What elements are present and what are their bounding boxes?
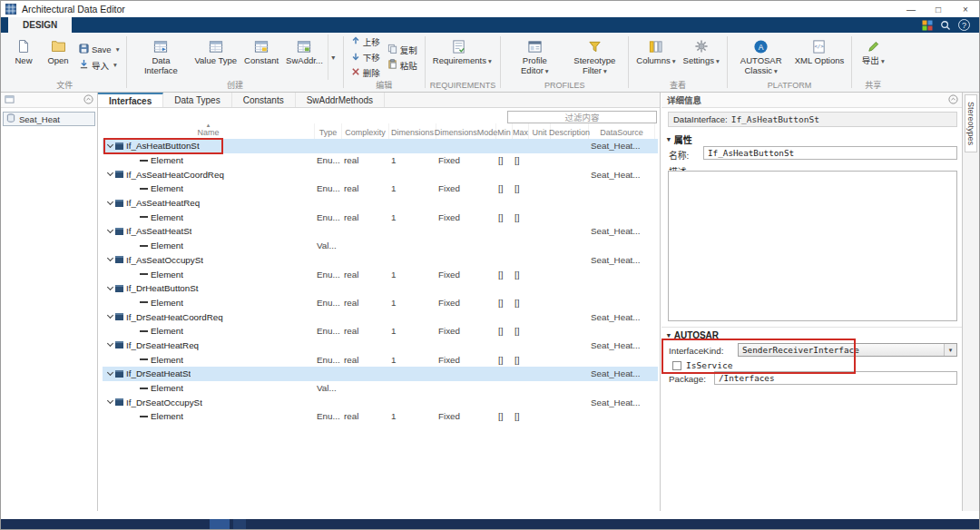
interface-row[interactable]: If_AsSeatHeatSt Seat_Heat... — [103, 224, 658, 239]
export-button[interactable]: 导出▾ — [857, 34, 889, 80]
requirements-button[interactable]: Requirements▾ — [430, 34, 488, 80]
column-header-description[interactable]: Description — [551, 123, 589, 139]
tab-data-types[interactable]: Data Types — [163, 93, 231, 107]
chevron-down-icon[interactable] — [107, 142, 113, 148]
help-icon[interactable]: ? — [958, 19, 970, 31]
element-row[interactable]: Element Enu... real 1 Fixed [] [] — [103, 324, 658, 339]
chevron-down-icon[interactable] — [107, 312, 113, 319]
column-header-unit[interactable]: Unit — [529, 123, 551, 139]
row-name-label: If_AsSeatOccupySt — [126, 255, 203, 265]
columns-button[interactable]: Columns▾ — [633, 34, 678, 80]
element-row[interactable]: Element Enu... real 1 Fixed [] [] — [103, 296, 658, 310]
save-button[interactable]: Save ▾ — [76, 43, 122, 56]
delete-button[interactable]: 删除 — [348, 66, 383, 80]
cell-dimensionsmode: Fixed — [436, 270, 496, 280]
tab-constants[interactable]: Constants — [232, 93, 296, 107]
interface-row[interactable]: If_AsSeatOccupySt Seat_Heat... — [103, 253, 658, 268]
search-icon[interactable] — [940, 20, 951, 31]
interface-row[interactable]: If_AsHeatButtonSt Seat_Heat... — [103, 139, 658, 153]
column-header-complexity[interactable]: Complexity — [342, 123, 389, 139]
interface-row[interactable]: If_AsSeatHeatReq — [103, 196, 658, 211]
autosar-classic-button[interactable]: A AUTOSAR Classic▾ — [732, 34, 790, 80]
interface-row[interactable]: If_DrSeatHeatReq Seat_Heat... — [103, 339, 658, 353]
ribbon: New Open Save ▾ 导入 ▾ — [1, 33, 979, 93]
chevron-down-icon[interactable] — [107, 255, 113, 261]
constant-button[interactable]: Constant — [241, 34, 281, 80]
column-header-min[interactable]: Min — [496, 123, 513, 139]
element-row[interactable]: Element Enu... real 1 Fixed [] [] — [103, 409, 658, 424]
title-bar: Architectural Data Editor — □ × — [1, 1, 979, 17]
filter-input[interactable] — [507, 111, 657, 123]
data-interface-button[interactable]: Data Interface — [132, 34, 190, 80]
details-title: 详细信息 — [667, 93, 701, 106]
profile-editor-button[interactable]: Profile Editor▾ — [505, 34, 564, 80]
description-field[interactable] — [668, 171, 957, 321]
open-button[interactable]: Open — [42, 34, 74, 80]
cell-dimensionsmode: Fixed — [436, 355, 496, 365]
move-up-button[interactable]: 上移 — [348, 35, 383, 49]
value-type-button[interactable]: Value Type — [191, 34, 240, 80]
properties-section-header[interactable]: ▾ 属性 — [667, 132, 692, 146]
stereotype-filter-button[interactable]: Stereotype Filter▾ — [565, 34, 623, 80]
quick-access-icon[interactable] — [922, 20, 933, 31]
cell-dimensions: 1 — [389, 183, 436, 193]
minimize-button[interactable]: — — [897, 1, 925, 17]
element-row[interactable]: Element Val... — [103, 239, 658, 253]
interface-row[interactable]: If_DrSeatOccupySt Seat_Heat... — [103, 395, 658, 409]
element-row[interactable]: Element Enu... real 1 Fixed [] [] — [103, 153, 658, 168]
tab-design[interactable]: DESIGN — [8, 17, 72, 33]
model-node-icon — [6, 113, 15, 124]
element-row[interactable]: Element Enu... real 1 Fixed [] [] — [103, 267, 658, 281]
autosar-section-header[interactable]: ▾ AUTOSAR — [667, 330, 719, 340]
column-header-datasource[interactable]: DataSource — [589, 123, 655, 139]
interface-kind-dropdown[interactable]: SenderReceiverInterface ▾ — [738, 343, 957, 357]
tab-swaddrmethods[interactable]: SwAddrMethods — [296, 93, 385, 107]
chevron-down-icon[interactable] — [107, 199, 113, 205]
interface-row[interactable]: If_AsSeatHeatCoordReq Seat_Heat... — [103, 167, 658, 182]
column-header-dimensionsmode[interactable]: DimensionsMode — [436, 123, 496, 139]
column-header-type[interactable]: Type — [315, 123, 342, 139]
settings-button[interactable]: Settings▾ — [681, 34, 722, 80]
swaddr-button[interactable]: SwAddr... — [283, 34, 326, 80]
element-row[interactable]: Element Enu... real 1 Fixed [] [] — [103, 182, 658, 196]
column-header-dimensions[interactable]: Dimensions — [389, 123, 436, 139]
chevron-down-icon[interactable] — [107, 369, 113, 376]
package-field[interactable] — [714, 371, 957, 385]
create-gallery-dropdown[interactable]: ▾ — [328, 34, 338, 80]
cell-max: [] — [513, 183, 529, 193]
sidebar-collapse-icon[interactable] — [83, 92, 93, 108]
import-button[interactable]: 导入 ▾ — [76, 58, 122, 72]
chevron-down-icon[interactable] — [107, 284, 113, 290]
interface-row[interactable]: If_DrSeatHeatSt Seat_Heat... — [103, 367, 658, 381]
cell-datasource: Seat_Heat... — [589, 226, 655, 236]
chevron-down-icon[interactable] — [107, 170, 113, 176]
column-header-max[interactable]: Max — [513, 123, 529, 139]
stereotypes-tab[interactable]: Stereotypes — [965, 94, 977, 152]
taskbar[interactable] — [1, 519, 979, 529]
taskbar-item[interactable] — [233, 519, 246, 529]
is-service-checkbox[interactable] — [672, 361, 681, 370]
element-row[interactable]: Element Enu... real 1 Fixed [] [] — [103, 210, 658, 224]
copy-button[interactable]: 复制 — [385, 43, 420, 56]
paste-button[interactable]: 粘贴 — [385, 58, 420, 72]
tree-item-seat-heat[interactable]: Seat_Heat — [3, 112, 95, 126]
row-type-icon — [140, 416, 148, 417]
chevron-down-icon[interactable] — [107, 227, 113, 233]
chevron-down-icon[interactable] — [107, 398, 113, 404]
xml-options-button[interactable]: </> XML Options — [792, 34, 848, 80]
element-row[interactable]: Element Enu... real 1 Fixed [] [] — [103, 352, 658, 367]
interface-row[interactable]: If_DrHeatButtonSt — [103, 281, 658, 296]
column-header-name[interactable]: ▴Name — [103, 123, 315, 139]
view-group-label: 查看 — [633, 80, 721, 92]
details-collapse-icon[interactable] — [948, 94, 958, 106]
close-button[interactable]: × — [952, 1, 979, 17]
taskbar-active-app[interactable] — [210, 519, 230, 529]
new-button[interactable]: New — [7, 34, 40, 80]
chevron-down-icon[interactable] — [107, 340, 113, 347]
maximize-button[interactable]: □ — [925, 1, 952, 17]
element-row[interactable]: Element Val... — [103, 381, 658, 396]
interface-row[interactable]: If_DrSeatHeatCoordReq Seat_Heat... — [103, 309, 658, 324]
move-down-button[interactable]: 下移 — [348, 51, 383, 64]
name-field[interactable] — [703, 146, 957, 160]
tab-interfaces[interactable]: Interfaces — [98, 93, 163, 107]
